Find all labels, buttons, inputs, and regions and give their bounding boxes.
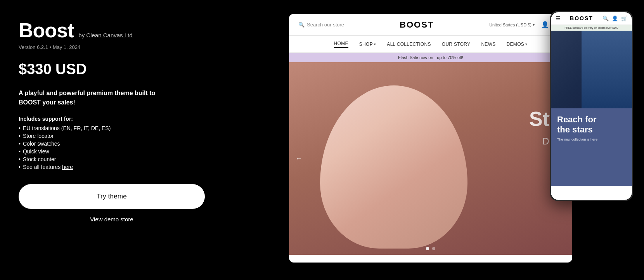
feature-item: Quick view	[19, 148, 199, 155]
mobile-hero-person	[582, 31, 632, 108]
mobile-banner: FREE standard delivery on orders over $1…	[551, 25, 632, 31]
search-area[interactable]: 🔍 Search our store	[298, 22, 344, 28]
features-link[interactable]: here	[62, 164, 73, 170]
mobile-inner: ☰ BOOST 🔍 👤 🛒 FREE standard delivery on …	[551, 12, 632, 200]
user-icon[interactable]: 👤	[541, 21, 549, 28]
price: $330 USD	[19, 61, 199, 78]
store-brand: BOOST	[400, 20, 434, 30]
feature-item: Stock counter	[19, 156, 199, 162]
dot-1[interactable]	[426, 247, 429, 250]
dot-2[interactable]	[432, 247, 435, 250]
mobile-card-title: Reach forthe stars	[557, 115, 626, 135]
mobile-bottom-card: Reach forthe stars The new collection is…	[551, 108, 632, 186]
mobile-brand: BOOST	[570, 15, 593, 21]
try-theme-button[interactable]: Try theme	[19, 184, 205, 209]
chevron-down-icon: ▾	[533, 22, 535, 27]
version-info: Version 6.2.1 • May 1, 2024	[19, 44, 199, 50]
feature-item: EU translations (EN, FR, IT, DE, ES)	[19, 125, 199, 131]
mobile-header-icons: 🔍 👤 🛒	[602, 16, 627, 21]
author-link[interactable]: Clean Canvas Ltd	[86, 32, 132, 38]
feature-item: Store locator	[19, 133, 199, 139]
hero-dots	[426, 247, 435, 250]
tagline: A playful and powerful premium theme bui…	[19, 89, 199, 107]
theme-title-row: Boost by Clean Canvas Ltd	[19, 19, 199, 42]
store-header: 🔍 Search our store BOOST United States (…	[289, 14, 572, 36]
store-nav: HOME SHOP ▾ ALL COLLECTIONS OUR STORY NE…	[289, 36, 572, 53]
hero-area: Sty Disc ←	[289, 62, 572, 255]
desktop-preview: 🔍 Search our store BOOST United States (…	[289, 14, 572, 263]
mobile-cart-icon[interactable]: 🛒	[621, 16, 627, 21]
nav-home[interactable]: HOME	[334, 41, 348, 48]
demos-chevron-icon: ▾	[525, 42, 527, 46]
left-panel: Boost by Clean Canvas Ltd Version 6.2.1 …	[0, 0, 217, 280]
flash-sale-bar: Flash Sale now on - up to 70% off!	[289, 53, 572, 62]
mobile-search-icon[interactable]: 🔍	[602, 16, 609, 21]
nav-collections[interactable]: ALL COLLECTIONS	[387, 42, 431, 47]
mobile-menu-icon[interactable]: ☰	[556, 15, 561, 21]
mobile-card-sub: The new collection is here	[557, 137, 626, 141]
country-selector[interactable]: United States (USD $) ▾	[489, 22, 535, 27]
right-panel: 🔍 Search our store BOOST United States (…	[217, 0, 644, 280]
feature-item: Color swatches	[19, 141, 199, 147]
nav-demos[interactable]: DEMOS ▾	[507, 42, 528, 47]
shop-chevron-icon: ▾	[374, 42, 376, 46]
mobile-preview: ☰ BOOST 🔍 👤 🛒 FREE standard delivery on …	[550, 11, 633, 201]
theme-name: Boost	[19, 19, 74, 42]
mobile-hero	[551, 31, 632, 108]
author-info: by Clean Canvas Ltd	[78, 32, 132, 38]
features-list: EU translations (EN, FR, IT, DE, ES) Sto…	[19, 125, 199, 172]
hero-prev-arrow[interactable]: ←	[295, 155, 302, 163]
nav-news[interactable]: NEWS	[481, 42, 495, 47]
search-icon: 🔍	[298, 22, 305, 28]
feature-item: See all features here	[19, 164, 199, 170]
mobile-user-icon[interactable]: 👤	[612, 16, 618, 21]
includes-label: Includes support for:	[19, 116, 199, 122]
view-demo-link[interactable]: View demo store	[19, 216, 205, 223]
mobile-header: ☰ BOOST 🔍 👤 🛒	[551, 12, 632, 25]
nav-shop[interactable]: SHOP ▾	[359, 42, 376, 47]
search-text: Search our store	[307, 22, 344, 28]
country-text: United States (USD $)	[489, 23, 531, 27]
nav-story[interactable]: OUR STORY	[442, 42, 471, 47]
